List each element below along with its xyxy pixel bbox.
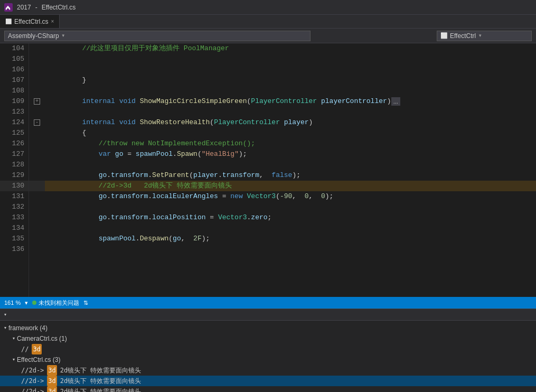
- result4-prefix: //2d->: [21, 386, 44, 392]
- line-numbers: 104 105 106 107 108 109 123 124 125 126 …: [0, 43, 29, 297]
- camera-ctrl-result-1[interactable]: // 3d: [0, 344, 536, 354]
- status-bar: 161 % ▾ 未找到相关问题 ⇅: [0, 297, 536, 309]
- code-line-108: [45, 86, 536, 96]
- code-area[interactable]: //此这里项目仅用于对象池插件 PoolManager } internal v…: [45, 43, 536, 297]
- gutter-124-collapse[interactable]: -: [29, 117, 45, 128]
- effect-ctrl-group-header[interactable]: ▾ EffectCtrl.cs (3): [0, 354, 536, 365]
- gutter-135: [29, 234, 45, 244]
- member-label: EffectCtrl: [450, 32, 476, 40]
- result3-prefix: //2d->: [21, 376, 44, 386]
- effect-ctrl-result-3[interactable]: //2d-> 3d 2d镜头下 特效需要面向镜头: [0, 386, 536, 392]
- expand-icon-109[interactable]: +: [34, 98, 40, 105]
- line-124: 124: [0, 117, 29, 128]
- highlight-3d-3: 3d: [47, 376, 57, 386]
- framework-triangle: ▾: [4, 323, 6, 333]
- gutter-132: [29, 202, 45, 212]
- no-errors-text: 未找到相关问题: [39, 299, 79, 307]
- line-127: 127: [0, 149, 29, 160]
- result4-suffix: 2d镜头下 特效需要面向镜头: [60, 386, 142, 392]
- gutter-109-expand[interactable]: +: [29, 96, 45, 107]
- code-line-109: internal void ShowMagicCircleSimpleGreen…: [45, 96, 536, 107]
- gutter-136: [29, 244, 45, 255]
- effect-ctrl-result-1[interactable]: //2d-> 3d 2d镜头下 特效需要面向镜头: [0, 365, 536, 376]
- code-line-128: [45, 160, 536, 170]
- bottom-panel: ▾ ▾ framework (4) ▾ CameraCtrl.cs (1) //…: [0, 309, 536, 392]
- line-104: 104: [0, 43, 29, 54]
- line-132: 132: [0, 202, 29, 212]
- find-results-header: ▾: [0, 309, 536, 321]
- gutter-128: [29, 160, 45, 170]
- line-106: 106: [0, 64, 29, 75]
- code-line-107: }: [45, 75, 536, 86]
- title-bar: 2017 - EffectCtrl.cs: [0, 0, 536, 15]
- camera-ctrl-triangle: ▾: [13, 333, 15, 344]
- result2-suffix: 2d镜头下 特效需要面向镜头: [60, 365, 142, 376]
- toolbar: Assembly-CSharp ▼ ⬜ EffectCtrl ▼: [0, 29, 536, 43]
- line-108: 108: [0, 86, 29, 96]
- effect-ctrl-result-2[interactable]: //2d-> 3d 2d镜头下 特效需要面向镜头: [0, 376, 536, 386]
- code-line-129: go . transform . SetParent ( player . tr…: [45, 170, 536, 181]
- member-dropdown-arrow: ▼: [478, 33, 482, 38]
- highlight-3d-1: 3d: [32, 344, 41, 354]
- effect-ctrl-label: EffectCtrl.cs (3): [17, 354, 60, 365]
- line-130: 130: [0, 181, 29, 191]
- result2-prefix: //2d->: [21, 365, 44, 376]
- file-tab[interactable]: ⬜ EffectCtrl.cs ×: [0, 15, 60, 28]
- code-line-135: spawnPool . Despawn ( go , 2F );: [45, 234, 536, 244]
- code-line-106: [45, 64, 536, 75]
- gutter-133: [29, 212, 45, 223]
- line-136: 136: [0, 244, 29, 255]
- editor-container: 104 105 106 107 108 109 123 124 125 126 …: [0, 43, 536, 297]
- line-134: 134: [0, 223, 29, 234]
- gutter-125: [29, 128, 45, 138]
- member-dropdown[interactable]: ⬜ EffectCtrl ▼: [437, 31, 532, 41]
- line-126: 126: [0, 138, 29, 149]
- zoom-level[interactable]: 161 %: [4, 300, 21, 306]
- code-line-132: [45, 202, 536, 212]
- line-129: 129: [0, 170, 29, 181]
- framework-group-header[interactable]: ▾ framework (4): [0, 323, 536, 333]
- status-dot-icon: [32, 301, 36, 305]
- camera-ctrl-group-header[interactable]: ▾ CameraCtrl.cs (1): [0, 333, 536, 344]
- gutter-108: [29, 86, 45, 96]
- code-line-130: //2d->3d 2d镜头下 特效需要面向镜头: [45, 181, 536, 191]
- status-separator: ▾: [25, 300, 28, 306]
- code-line-131: go . transform . localEulerAngles = new …: [45, 191, 536, 202]
- gutter-106: [29, 64, 45, 75]
- code-line-123: [45, 107, 536, 117]
- gutter-123: [29, 107, 45, 117]
- result3-suffix: 2d镜头下 特效需要面向镜头: [60, 376, 142, 386]
- line-133: 133: [0, 212, 29, 223]
- line-107: 107: [0, 75, 29, 86]
- code-line-136: [45, 244, 536, 255]
- title-separator: -: [35, 4, 37, 11]
- gutter-126: [29, 138, 45, 149]
- code-line-125: {: [45, 128, 536, 138]
- highlight-3d-2: 3d: [47, 365, 57, 376]
- member-dropdown-icon: ⬜: [440, 32, 448, 39]
- framework-label: framework (4): [8, 323, 48, 333]
- code-line-127: var go = spawnPool . Spawn ( "HealBig" )…: [45, 149, 536, 160]
- find-results-content: ▾ framework (4) ▾ CameraCtrl.cs (1) // 3…: [0, 321, 536, 392]
- gutter-134: [29, 223, 45, 234]
- gutter-107: [29, 75, 45, 86]
- line-109: 109: [0, 96, 29, 107]
- collapsed-ellipsis[interactable]: ...: [391, 97, 400, 106]
- tab-filename: EffectCtrl.cs: [14, 18, 48, 25]
- code-line-133: go . transform . localPosition = Vector3…: [45, 212, 536, 223]
- line-135: 135: [0, 234, 29, 244]
- vs-icon: [4, 3, 13, 12]
- code-line-134: [45, 223, 536, 234]
- comment-104: //此这里项目仅用于对象池插件 PoolManager: [49, 43, 229, 54]
- error-status: 未找到相关问题: [32, 299, 79, 307]
- gutter: + -: [29, 43, 45, 297]
- namespace-dropdown[interactable]: Assembly-CSharp ▼: [4, 31, 311, 41]
- line-125: 125: [0, 128, 29, 138]
- collapse-icon-124[interactable]: -: [34, 119, 40, 126]
- code-line-124: internal void ShowRestoreHealth ( Player…: [45, 117, 536, 128]
- tab-close-button[interactable]: ×: [51, 18, 54, 24]
- line-128: 128: [0, 160, 29, 170]
- namespace-label: Assembly-CSharp: [8, 32, 59, 40]
- gutter-130: [29, 181, 45, 191]
- status-arrows[interactable]: ⇅: [83, 300, 88, 306]
